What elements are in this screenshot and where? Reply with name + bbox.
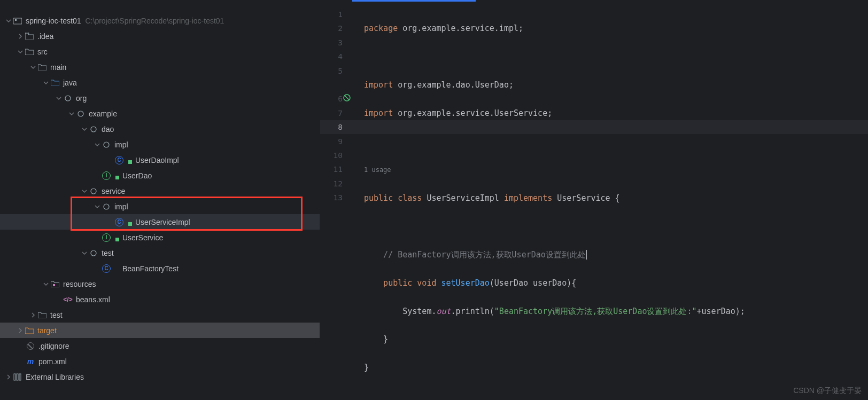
tree-item-service[interactable]: service xyxy=(0,183,320,199)
spring-bean-icon xyxy=(115,269,119,272)
chevron-right-icon[interactable] xyxy=(29,311,37,319)
tree-item-org[interactable]: org xyxy=(0,90,320,106)
line-number[interactable]: 6 xyxy=(320,92,343,106)
project-tree-panel[interactable]: spring-ioc-test01 C:\project\SpringRecod… xyxy=(0,0,320,400)
chevron-down-icon[interactable] xyxy=(67,109,76,118)
package-icon xyxy=(89,186,98,196)
tree-label: dao xyxy=(102,125,114,134)
tree-item-userdao[interactable]: I UserDao xyxy=(0,168,320,183)
tree-item-beanfactorytest[interactable]: C BeanFactoryTest xyxy=(0,261,320,276)
svg-point-8 xyxy=(91,250,96,256)
folder-icon xyxy=(37,62,47,72)
tree-label: UserService xyxy=(122,233,163,242)
svg-rect-9 xyxy=(53,284,55,286)
package-icon xyxy=(63,93,73,103)
tree-label: UserDaoImpl xyxy=(135,156,179,164)
chevron-down-icon[interactable] xyxy=(42,79,50,87)
tree-item-userserviceimpl[interactable]: C UserServiceImpl xyxy=(0,214,320,230)
tree-item-gitignore[interactable]: .gitignore xyxy=(0,338,320,354)
chevron-down-icon[interactable] xyxy=(16,48,25,56)
tree-label: External Libraries xyxy=(26,373,84,381)
svg-point-2 xyxy=(65,96,71,101)
chevron-down-icon[interactable] xyxy=(80,187,89,195)
code-content[interactable]: package org.example.service.impl; import… xyxy=(364,7,745,400)
chevron-down-icon[interactable] xyxy=(29,63,37,72)
tree-label: service xyxy=(102,187,125,195)
code-keyword: void xyxy=(417,278,441,288)
code-keyword: import xyxy=(364,80,393,90)
tree-label: .gitignore xyxy=(38,342,69,350)
tree-item-beans-xml[interactable]: </> beans.xml xyxy=(0,292,320,307)
excluded-folder-icon xyxy=(25,326,34,335)
gutter-run-icon[interactable] xyxy=(343,94,352,103)
tree-item-test-pkg[interactable]: test xyxy=(0,245,320,261)
class-icon: C xyxy=(102,264,111,273)
tree-item-resources[interactable]: resources xyxy=(0,276,320,292)
line-number[interactable] xyxy=(320,78,343,92)
code-keyword: public xyxy=(364,193,398,203)
package-icon xyxy=(102,202,111,211)
chevron-down-icon[interactable] xyxy=(80,249,89,257)
chevron-down-icon[interactable] xyxy=(42,280,50,288)
chevron-down-icon[interactable] xyxy=(4,17,13,25)
svg-point-6 xyxy=(91,189,96,194)
chevron-down-icon[interactable] xyxy=(80,125,89,134)
tree-label: .idea xyxy=(37,32,53,41)
tree-label: java xyxy=(63,79,77,87)
line-number[interactable]: 1 xyxy=(320,7,343,21)
tree-item-idea[interactable]: .idea xyxy=(0,28,320,44)
gutter[interactable]: 1 2 3 4 5 6 7 8 9 10 11 12 13 xyxy=(320,7,352,205)
chevron-right-icon[interactable] xyxy=(4,373,13,381)
line-number[interactable]: 3 xyxy=(320,36,343,50)
chevron-right-icon[interactable] xyxy=(16,326,25,335)
tree-label: org xyxy=(76,94,87,103)
tree-item-project-root[interactable]: spring-ioc-test01 C:\project\SpringRecod… xyxy=(0,13,320,28)
tree-item-userdaoimpl[interactable]: C UserDaoImpl xyxy=(0,152,320,168)
code-text: org.example.service.UserService; xyxy=(393,108,552,118)
spring-bean-icon xyxy=(128,222,132,226)
tree-item-main[interactable]: main xyxy=(0,59,320,75)
tree-item-test-dir[interactable]: test xyxy=(0,307,320,323)
chevron-down-icon[interactable] xyxy=(55,94,63,103)
tree-item-external-libraries[interactable]: External Libraries xyxy=(0,369,320,385)
tree-item-pom[interactable]: m pom.xml xyxy=(0,354,320,369)
xml-file-icon: </> xyxy=(63,295,73,304)
tree-item-java[interactable]: java xyxy=(0,75,320,90)
tree-item-userservice[interactable]: I UserService xyxy=(0,230,320,245)
interface-icon: I xyxy=(102,233,111,242)
tree-item-dao-impl[interactable]: impl xyxy=(0,137,320,152)
line-number[interactable]: 8 xyxy=(320,120,343,134)
line-number[interactable]: 13 xyxy=(320,191,343,205)
tree-item-target[interactable]: target xyxy=(0,323,320,338)
code-classname: UserServiceImpl xyxy=(427,193,504,203)
tree-label: main xyxy=(50,63,66,72)
line-number[interactable]: 10 xyxy=(320,148,343,162)
tree-item-src[interactable]: src xyxy=(0,44,320,59)
code-text: } xyxy=(364,363,369,372)
line-number[interactable]: 5 xyxy=(320,64,343,78)
code-editor[interactable]: 1 2 3 4 5 6 7 8 9 10 11 12 13 package or… xyxy=(320,0,868,400)
line-number[interactable]: 9 xyxy=(320,135,343,148)
line-number[interactable]: 2 xyxy=(320,21,343,35)
line-number[interactable]: 7 xyxy=(320,106,343,120)
package-icon xyxy=(89,124,98,134)
tree-item-dao[interactable]: dao xyxy=(0,121,320,137)
chevron-down-icon[interactable] xyxy=(93,140,102,149)
usage-hint[interactable]: 1 usage xyxy=(364,166,391,174)
code-text: +userDao); xyxy=(697,307,745,316)
code-keyword: import xyxy=(364,108,393,118)
watermark: CSDN @子健变于晏 xyxy=(793,386,862,396)
tree-item-service-impl[interactable]: impl xyxy=(0,199,320,214)
tree-item-example[interactable]: example xyxy=(0,106,320,121)
svg-rect-11 xyxy=(17,374,18,380)
line-number[interactable]: 12 xyxy=(320,177,343,191)
line-number[interactable]: 4 xyxy=(320,50,343,64)
code-text: } xyxy=(364,334,388,344)
line-number[interactable]: 11 xyxy=(320,162,343,176)
package-icon xyxy=(76,109,86,119)
package-icon xyxy=(89,248,98,258)
chevron-right-icon[interactable] xyxy=(16,32,25,41)
chevron-down-icon[interactable] xyxy=(93,202,102,211)
text-cursor xyxy=(586,250,587,260)
gitignore-icon xyxy=(26,341,35,351)
